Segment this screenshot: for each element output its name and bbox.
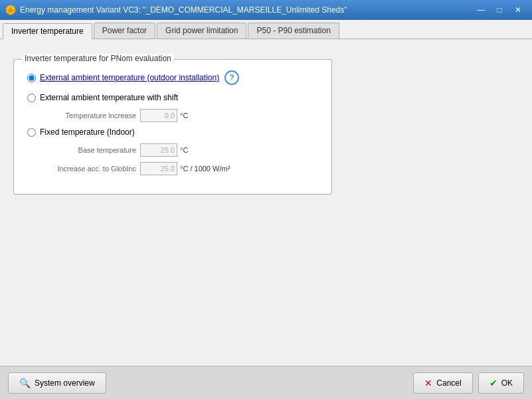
radio-option-3[interactable]: Fixed temperature (Indoor) bbox=[27, 127, 318, 137]
temperature-increase-label: Temperature increase bbox=[43, 112, 136, 120]
base-temperature-row: Base temperature °C bbox=[43, 143, 318, 157]
temperature-increase-row: Temperature increase °C bbox=[43, 109, 318, 122]
system-overview-label: System overview bbox=[35, 378, 95, 388]
base-temperature-input[interactable] bbox=[140, 143, 177, 157]
base-temperature-label: Base temperature bbox=[43, 146, 136, 154]
globinc-input[interactable] bbox=[140, 162, 177, 175]
radio-label-1[interactable]: External ambient temperature (outdoor in… bbox=[40, 73, 219, 82]
ok-icon: ✔ bbox=[489, 378, 497, 388]
tab-bar: Inverter temperature Power factor Grid p… bbox=[0, 20, 532, 39]
search-icon: 🔍 bbox=[19, 378, 31, 388]
bottom-bar: 🔍 System overview ✕ Cancel ✔ OK bbox=[0, 366, 532, 399]
close-button[interactable]: ✕ bbox=[509, 3, 527, 17]
base-temperature-unit: °C bbox=[180, 146, 188, 154]
tab-inverter-temperature[interactable]: Inverter temperature bbox=[3, 23, 92, 39]
radio-input-3[interactable] bbox=[27, 128, 36, 137]
globinc-label: Increase acc. to GlobInc bbox=[43, 165, 136, 173]
window-controls: — □ ✕ bbox=[472, 3, 527, 17]
tab-grid-power-limitation[interactable]: Grid power limitation bbox=[157, 23, 246, 39]
window-content: Inverter temperature Power factor Grid p… bbox=[0, 20, 532, 399]
tab-power-factor[interactable]: Power factor bbox=[94, 23, 155, 39]
cancel-button[interactable]: ✕ Cancel bbox=[413, 372, 472, 394]
globinc-unit: °C / 1000 W/m² bbox=[180, 165, 230, 173]
help-button[interactable]: ? bbox=[224, 70, 239, 85]
radio-option-2[interactable]: External ambient temperature with shift bbox=[27, 93, 318, 102]
window-title: Energy management Variant VC3: "_DEMO_CO… bbox=[20, 5, 472, 15]
radio-label-3[interactable]: Fixed temperature (Indoor) bbox=[40, 127, 135, 137]
content-area: Inverter temperature for PNom evaluation… bbox=[0, 39, 532, 366]
globinc-row: Increase acc. to GlobInc °C / 1000 W/m² bbox=[43, 162, 318, 175]
radio-input-2[interactable] bbox=[27, 94, 36, 102]
cancel-icon: ✕ bbox=[424, 378, 432, 388]
minimize-button[interactable]: — bbox=[472, 3, 489, 17]
tab-p50-p90[interactable]: P50 - P90 estimation bbox=[248, 23, 339, 39]
maximize-button[interactable]: □ bbox=[491, 3, 508, 17]
app-icon bbox=[5, 5, 16, 15]
radio-input-1[interactable] bbox=[27, 74, 36, 82]
temperature-increase-input[interactable] bbox=[140, 109, 177, 122]
system-overview-button[interactable]: 🔍 System overview bbox=[8, 372, 106, 394]
ok-label: OK bbox=[501, 378, 513, 388]
radio-label-2[interactable]: External ambient temperature with shift bbox=[40, 93, 178, 102]
temperature-increase-unit: °C bbox=[180, 112, 188, 120]
ok-button[interactable]: ✔ OK bbox=[478, 372, 524, 394]
radio-option-1[interactable]: External ambient temperature (outdoor in… bbox=[27, 73, 219, 82]
group-box-title: Inverter temperature for PNom evaluation bbox=[22, 54, 174, 63]
group-box-inverter-temperature: Inverter temperature for PNom evaluation… bbox=[13, 59, 332, 195]
cancel-label: Cancel bbox=[436, 378, 461, 388]
title-bar: Energy management Variant VC3: "_DEMO_CO… bbox=[0, 0, 532, 20]
